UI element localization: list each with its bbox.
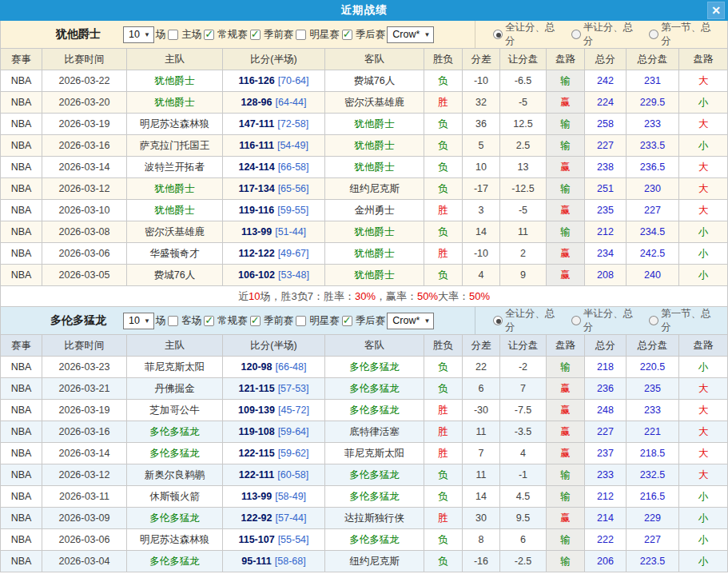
cell-away-team: 费城76人 [325, 70, 424, 92]
cell-date: 2026-03-06 [42, 529, 127, 551]
close-icon: ✕ [711, 4, 721, 17]
cell-league: NBA [1, 508, 42, 529]
jazz-summary-row: 近 10 场，胜3负7：胜率：30%，赢率：50% 大率：50% [0, 286, 728, 307]
cell-handicap-line: 9.5 [500, 508, 547, 529]
close-button[interactable]: ✕ [707, 2, 725, 19]
cell-score: 112-122[49-67] [223, 243, 325, 265]
checkbox-label: 主场 [181, 28, 201, 42]
cell-total-points: 208 [585, 265, 627, 286]
filter-checkbox[interactable]: 客场 [167, 314, 203, 328]
cell-point-diff: -10 [463, 70, 500, 92]
cell-total-line: 221 [627, 421, 679, 443]
full-score: 115-107 [238, 534, 274, 545]
summary-segment: 50% [469, 290, 490, 302]
filter-checkbox[interactable]: 季后赛 [341, 28, 388, 42]
full-score: 119-116 [239, 205, 275, 216]
cell-total-points: 222 [585, 529, 627, 551]
filter-checkbox[interactable]: 季后赛 [341, 314, 388, 328]
table-row: NBA2026-03-21丹佛掘金121-115[57-53]多伦多猛龙负67赢… [1, 378, 728, 400]
half-score: [72-58] [277, 118, 308, 130]
half-score: [60-58] [277, 469, 308, 480]
filter-checkbox[interactable]: 常规赛 [203, 28, 249, 42]
cell-over-under: 大 [679, 400, 728, 421]
cell-point-diff: 36 [463, 114, 500, 135]
cell-result: 负 [424, 378, 463, 400]
cell-total-points: 242 [585, 70, 627, 92]
checkbox-label: 常规赛 [217, 28, 248, 42]
cell-handicap-result: 赢 [547, 400, 585, 421]
filter-checkbox[interactable]: 季前赛 [249, 314, 296, 328]
summary-segment: 10 [249, 290, 260, 302]
full-score: 116-126 [238, 75, 274, 86]
cell-total-line: 236.5 [627, 157, 679, 178]
bookmaker-select[interactable]: Crow*▼ [387, 313, 434, 329]
cell-home-team: 菲尼克斯太阳 [127, 357, 223, 378]
cell-league: NBA [1, 378, 42, 400]
table-row: NBA2026-03-14波特兰开拓者124-114[66-58]犹他爵士负10… [1, 157, 728, 178]
cell-total-points: 206 [585, 551, 627, 572]
filter-checkbox[interactable]: 常规赛 [203, 314, 249, 328]
bookmaker-select[interactable]: Crow*▼ [387, 26, 434, 43]
cell-over-under: 小 [679, 529, 728, 551]
cell-over-under: 大 [679, 443, 728, 464]
cell-total-points: 218 [585, 357, 627, 378]
checkbox-label: 季后赛 [356, 28, 386, 42]
full-score: 116-111 [239, 140, 274, 151]
cell-over-under: 大 [679, 178, 728, 200]
odds-type-radio[interactable]: 第一节、总分 [649, 307, 721, 334]
games-count-select[interactable]: 10▼ [123, 313, 154, 329]
cell-point-diff: 4 [463, 265, 500, 286]
cell-point-diff: -10 [463, 243, 500, 265]
cell-away-team: 多伦多猛龙 [325, 529, 424, 551]
cell-total-line: 232.5 [627, 464, 679, 486]
cell-score: 119-108[59-64] [223, 421, 325, 443]
odds-type-radio[interactable]: 半让分、总分 [571, 307, 643, 334]
cell-away-team: 犹他爵士 [325, 135, 424, 157]
cell-score: 106-102[53-48] [223, 265, 325, 286]
cell-total-points: 224 [585, 92, 627, 114]
cell-total-line: 229 [627, 508, 679, 529]
checkbox-label: 明星赛 [309, 314, 340, 328]
cell-total-line: 227 [627, 200, 679, 221]
cell-date: 2026-03-10 [42, 200, 127, 221]
column-header: 总分 [585, 335, 627, 357]
cell-over-under: 大 [679, 200, 728, 221]
table-row: NBA2026-03-12犹他爵士117-134[65-56]纽约尼克斯负-17… [1, 178, 728, 200]
chevron-down-icon: ▼ [144, 31, 150, 38]
cell-score: 121-115[57-53] [223, 378, 325, 400]
filter-checkbox[interactable]: 明星赛 [295, 28, 341, 42]
cell-handicap-result: 输 [547, 551, 585, 572]
half-score: [57-44] [276, 512, 307, 524]
column-header: 让分盘 [500, 335, 547, 357]
raptors-results-table: 赛事比赛时间主队比分(半场)客队胜负分差让分盘盘路总分总分盘盘路 NBA2026… [0, 334, 728, 572]
table-row: NBA2026-03-08密尔沃基雄鹿113-99[51-44]犹他爵士负141… [1, 221, 728, 243]
cell-total-line: 233.5 [627, 135, 679, 157]
column-header: 比赛时间 [42, 335, 127, 357]
cell-over-under: 大 [679, 70, 728, 92]
cell-total-points: 248 [585, 400, 627, 421]
table-row: NBA2026-03-05费城76人106-102[53-48]犹他爵士负49赢… [1, 265, 728, 286]
cell-date: 2026-03-16 [42, 135, 127, 157]
chevron-down-icon: ▼ [144, 317, 150, 325]
cell-total-line: 223.5 [627, 551, 679, 572]
filter-checkbox[interactable]: 主场 [167, 28, 203, 42]
filter-checkbox[interactable]: 明星赛 [295, 314, 341, 328]
full-score: 122-115 [238, 448, 274, 459]
table-row: NBA2026-03-12新奥尔良鹈鹕122-111[60-58]多伦多猛龙负1… [1, 464, 728, 486]
cell-handicap-line: -2 [500, 357, 547, 378]
odds-type-radio[interactable]: 第一节、总分 [649, 21, 721, 48]
cell-home-team: 多伦多猛龙 [127, 551, 223, 572]
cell-date: 2026-03-16 [42, 421, 127, 443]
table-row: NBA2026-03-09多伦多猛龙122-92[57-44]达拉斯独行侠胜30… [1, 508, 728, 529]
chevron-down-icon: ▼ [424, 31, 430, 38]
cell-league: NBA [1, 265, 42, 286]
cell-score: 117-134[65-56] [223, 178, 325, 200]
cell-away-team: 犹他爵士 [325, 265, 424, 286]
odds-type-radio[interactable]: 半让分、总分 [571, 21, 643, 48]
odds-type-radio[interactable]: 全让分、总分 [493, 21, 565, 48]
odds-type-radio[interactable]: 全让分、总分 [493, 307, 565, 334]
games-count-select[interactable]: 10▼ [123, 26, 154, 43]
column-header: 让分盘 [500, 49, 547, 70]
cell-total-line: 231 [627, 70, 679, 92]
filter-checkbox[interactable]: 季前赛 [249, 28, 296, 42]
